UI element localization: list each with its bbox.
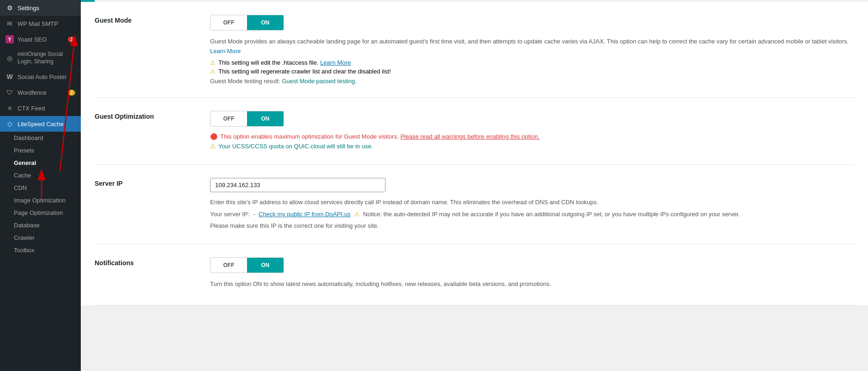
guest-mode-description: Guest Mode provides an always cacheable …: [210, 37, 854, 56]
mail-icon: ✉: [6, 19, 14, 28]
sidebar-item-yoast-seo[interactable]: Y Yoast SEO 1: [0, 31, 81, 47]
wordfence-icon: 🛡: [6, 88, 14, 97]
guest-optimization-on-btn[interactable]: ON: [247, 111, 283, 126]
guest-mode-warning1: ⚠ This setting will edit the .htaccess f…: [210, 59, 854, 66]
server-ip-content: Enter this site's IP address to allow cl…: [210, 178, 854, 231]
content-area: Guest Mode OFF ON Guest Mode provides an…: [81, 2, 868, 305]
notifications-toggle[interactable]: OFF ON: [210, 257, 284, 273]
guest-optimization-warning-red: 🔴 This option enables maximum optimizati…: [210, 133, 854, 140]
server-ip-desc2: Your server IP: - Check my public IP fro…: [210, 210, 854, 219]
guest-optimization-warning-link[interactable]: Please read all warnings before enabling…: [400, 133, 539, 140]
yoast-icon: Y: [6, 35, 14, 43]
server-ip-desc1: Enter this site's IP address to allow cl…: [210, 198, 854, 207]
guest-mode-warning2: ⚠ This setting will regenerate crawler l…: [210, 68, 854, 75]
guest-mode-toggle[interactable]: OFF ON: [210, 15, 284, 30]
guest-optimization-content: OFF ON 🔴 This option enables maximum opt…: [210, 111, 854, 152]
main-content: Guest Mode OFF ON Guest Mode provides an…: [81, 0, 868, 371]
guest-optimization-section: Guest Optimization OFF ON 🔴 This option …: [95, 98, 854, 165]
sidebar-item-label: CTX Feed: [18, 105, 45, 112]
submenu-page-optimization[interactable]: Page Optimization: [0, 207, 81, 219]
sidebar-item-ctx-feed[interactable]: ≡ CTX Feed: [0, 100, 81, 116]
guest-optimization-warning-teal: ⚠ Your UCSS/CCSS quota on QUIC.cloud wil…: [210, 143, 854, 150]
sidebar-item-litespeed-cache[interactable]: ◇ LiteSpeed Cache: [0, 116, 81, 132]
server-ip-label: Server IP: [95, 178, 196, 231]
guest-mode-on-btn[interactable]: ON: [247, 15, 283, 30]
error-icon: 🔴: [210, 133, 217, 140]
guest-mode-learn-more-htaccess[interactable]: Learn More: [320, 59, 350, 66]
litespeed-submenu: Dashboard Presets General Cache CDN Imag…: [0, 132, 81, 256]
check-ip-link[interactable]: Check my public IP from DoAPI.us: [259, 211, 350, 218]
server-ip-input[interactable]: [210, 178, 386, 192]
sidebar: ⚙ Settings ✉ WP Mail SMTP Y Yoast SEO 1 …: [0, 0, 81, 371]
submenu-cdn[interactable]: CDN: [0, 182, 81, 194]
guest-mode-label: Guest Mode: [95, 15, 196, 85]
notifications-description: Turn this option ON to show latest news …: [210, 280, 854, 289]
guest-optimization-toggle[interactable]: OFF ON: [210, 111, 284, 127]
warning-icon-ip: ⚠: [354, 211, 360, 218]
sidebar-item-settings[interactable]: ⚙ Settings: [0, 0, 81, 16]
warning-icon-2: ⚠: [210, 68, 216, 75]
submenu-crawler[interactable]: Crawler: [0, 231, 81, 244]
guest-optimization-off-btn[interactable]: OFF: [211, 111, 247, 126]
sidebar-item-label: miniOrange Social Login, Sharing: [18, 51, 75, 65]
guest-mode-content: OFF ON Guest Mode provides an always cac…: [210, 15, 854, 85]
ctx-icon: ≡: [6, 104, 14, 112]
server-ip-section: Server IP Enter this site's IP address t…: [95, 165, 854, 244]
miniorange-icon: ◎: [6, 54, 14, 62]
settings-icon: ⚙: [6, 4, 14, 12]
sidebar-item-label: Yoast SEO: [18, 36, 47, 43]
notifications-content: OFF ON Turn this option ON to show lates…: [210, 257, 854, 292]
guest-mode-section: Guest Mode OFF ON Guest Mode provides an…: [95, 2, 854, 98]
litespeed-icon: ◇: [6, 120, 14, 128]
submenu-cache[interactable]: Cache: [0, 169, 81, 182]
separator: -: [253, 211, 255, 218]
sidebar-item-miniorange[interactable]: ◎ miniOrange Social Login, Sharing: [0, 47, 81, 69]
guest-mode-off-btn[interactable]: OFF: [211, 15, 247, 30]
notifications-section: Notifications OFF ON Turn this option ON…: [95, 244, 854, 305]
guest-mode-learn-more-link[interactable]: Learn More: [210, 48, 241, 55]
yoast-badge: 1: [68, 36, 75, 43]
server-ip-desc3: Please make sure this IP is the correct …: [210, 221, 854, 231]
sidebar-item-label: Settings: [18, 5, 39, 12]
submenu-dashboard[interactable]: Dashboard: [0, 132, 81, 144]
sidebar-item-label: LiteSpeed Cache: [18, 121, 64, 128]
submenu-presets[interactable]: Presets: [0, 144, 81, 157]
wordfence-badge: 2: [68, 90, 75, 96]
sidebar-item-wordfence[interactable]: 🛡 Wordfence 2: [0, 85, 81, 100]
guest-optimization-label: Guest Optimization: [95, 111, 196, 152]
sidebar-item-label: Social Auto Poster: [18, 73, 66, 80]
guest-mode-test-result: Guest Mode testing result: Guest Mode pa…: [210, 78, 854, 85]
sidebar-item-wp-mail-smtp[interactable]: ✉ WP Mail SMTP: [0, 16, 81, 31]
sidebar-item-label: WP Mail SMTP: [18, 20, 58, 27]
submenu-image-optimization[interactable]: Image Optimization: [0, 194, 81, 207]
sidebar-item-social-auto-poster[interactable]: W Social Auto Poster: [0, 69, 81, 85]
submenu-database[interactable]: Database: [0, 219, 81, 231]
submenu-general[interactable]: General: [0, 157, 81, 169]
warning-icon-3: ⚠: [210, 143, 216, 150]
notifications-off-btn[interactable]: OFF: [211, 258, 247, 273]
notifications-label: Notifications: [95, 257, 196, 292]
sidebar-item-label: Wordfence: [18, 89, 47, 96]
warning-icon-1: ⚠: [210, 59, 216, 66]
submenu-toolbox[interactable]: Toolbox: [0, 244, 81, 256]
social-icon: W: [6, 73, 14, 81]
notifications-on-btn[interactable]: ON: [247, 258, 283, 273]
